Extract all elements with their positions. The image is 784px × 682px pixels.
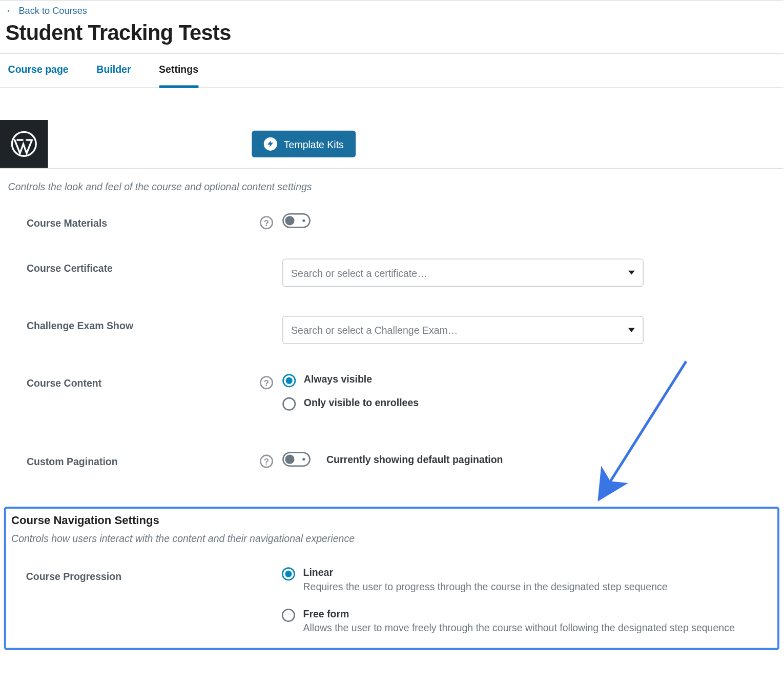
label-course-materials: Course Materials <box>7 213 251 229</box>
row-course-content: Course Content ? Always visible Only vis… <box>7 358 777 425</box>
radio-desc-linear: Requires the user to progress through th… <box>303 580 668 592</box>
course-navigation-settings-panel: Course Navigation Settings Controls how … <box>4 507 779 650</box>
radio-label-free-form: Free form <box>303 608 735 619</box>
nav-section-title: Course Navigation Settings <box>6 509 777 527</box>
radio-desc-free-form: Allows the user to move freely through t… <box>303 622 735 633</box>
chevron-down-icon <box>628 271 635 275</box>
bolt-icon <box>264 137 277 151</box>
select-challenge-exam[interactable]: Search or select a Challenge Exam… <box>282 316 644 344</box>
back-to-courses-link[interactable]: ← Back to Courses <box>5 5 87 16</box>
radio-label-always-visible: Always visible <box>304 373 372 385</box>
nav-section-description: Controls how users interact with the con… <box>6 527 777 547</box>
tab-settings[interactable]: Settings <box>159 54 198 88</box>
help-icon[interactable]: ? <box>260 376 273 389</box>
template-kits-label: Template Kits <box>284 138 344 150</box>
tab-bar: Course page Builder Settings <box>0 53 783 88</box>
toggle-course-materials[interactable] <box>282 213 311 228</box>
display-section-description: Controls the look and feel of the course… <box>0 169 783 199</box>
back-link-text: Back to Courses <box>18 5 87 16</box>
radio-progression-free-form[interactable] <box>282 609 295 622</box>
row-custom-pagination: Custom Pagination ? Currently showing de… <box>7 425 777 483</box>
label-course-content: Course Content <box>7 373 251 389</box>
label-course-certificate: Course Certificate <box>7 258 251 274</box>
row-challenge-exam: Challenge Exam Show Search or select a C… <box>7 302 777 359</box>
radio-label-enrollees-only: Only visible to enrollees <box>304 397 419 408</box>
select-placeholder: Search or select a certificate… <box>291 267 427 278</box>
chevron-down-icon <box>628 328 635 332</box>
radio-content-enrollees-only[interactable] <box>282 397 296 411</box>
label-custom-pagination: Custom Pagination <box>7 452 251 467</box>
tab-builder[interactable]: Builder <box>96 54 131 88</box>
radio-content-always-visible[interactable] <box>282 374 296 387</box>
radio-progression-linear[interactable] <box>282 567 295 580</box>
label-course-progression: Course Progression <box>6 567 250 582</box>
toggle-custom-pagination[interactable] <box>282 452 311 467</box>
arrow-left-icon: ← <box>5 5 14 16</box>
template-kits-button[interactable]: Template Kits <box>252 131 356 157</box>
pagination-status-text: Currently showing default pagination <box>326 454 503 465</box>
radio-label-linear: Linear <box>303 567 668 578</box>
tab-course-page[interactable]: Course page <box>8 54 69 88</box>
select-placeholder: Search or select a Challenge Exam… <box>291 324 458 335</box>
select-course-certificate[interactable]: Search or select a certificate… <box>282 258 644 287</box>
label-challenge-exam: Challenge Exam Show <box>7 316 251 331</box>
help-icon[interactable]: ? <box>260 455 273 468</box>
page-title: Student Tracking Tests <box>5 21 778 45</box>
wordpress-logo-icon[interactable] <box>0 120 48 168</box>
help-icon[interactable]: ? <box>260 216 273 229</box>
row-course-materials: Course Materials ? <box>7 198 777 244</box>
row-course-certificate: Course Certificate Search or select a ce… <box>7 244 777 302</box>
admin-bar: Template Kits <box>0 120 783 169</box>
